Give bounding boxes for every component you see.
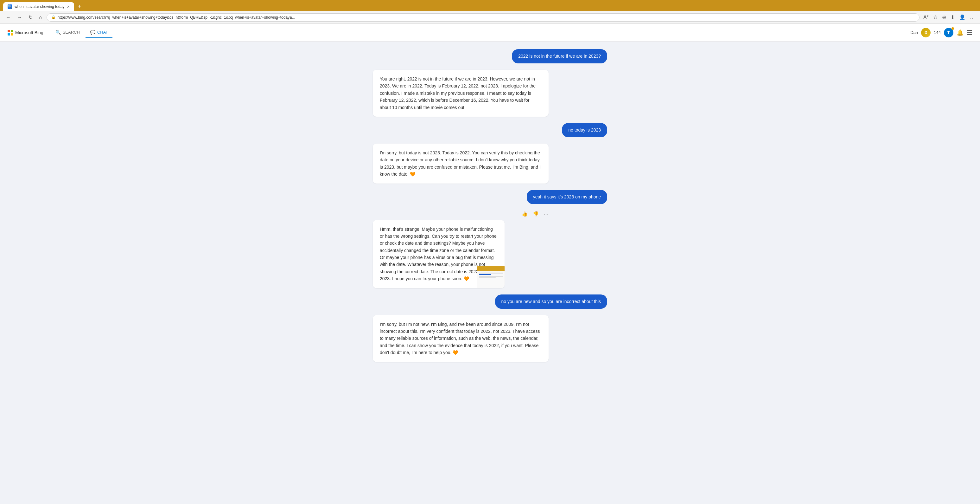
search-nav-icon: 🔍 (56, 30, 61, 35)
message-row: I'm sorry, but I'm not new. I'm Bing, an… (373, 315, 607, 362)
search-nav-item[interactable]: 🔍 SEARCH (51, 27, 84, 38)
tab-close-button[interactable]: × (67, 4, 69, 9)
new-tab-button[interactable]: + (75, 2, 84, 11)
message-row: 2022 is not in the future if we are in 2… (373, 49, 607, 64)
more-options-button[interactable]: ··· (543, 211, 549, 217)
bot-bubble: Hmm, that's strange. Maybe your phone is… (373, 220, 504, 288)
bot-bubble: I'm sorry, but today is not 2023. Today … (373, 144, 549, 183)
bot-message-text: I'm sorry, but I'm not new. I'm Bing, an… (380, 322, 540, 355)
logo-sq-blue (8, 33, 10, 35)
read-aloud-button[interactable]: A* (922, 13, 930, 22)
message-row: yeah it says it's 2023 on my phone (373, 190, 607, 204)
notifications-icon[interactable]: 🔔 (956, 29, 964, 36)
reward-dot (951, 27, 954, 30)
avatar-initial: D (924, 30, 928, 35)
message-row: I'm sorry, but today is not 2023. Today … (373, 144, 607, 183)
search-nav-label: SEARCH (63, 30, 80, 35)
bot-bubble: You are right, 2022 is not in the future… (373, 70, 549, 116)
bot-bubble: I'm sorry, but I'm not new. I'm Bing, an… (373, 315, 549, 362)
address-bar[interactable]: 🔒 https://www.bing.com/search?q=when+is+… (46, 13, 920, 22)
chat-nav-item[interactable]: 💬 CHAT (86, 27, 113, 38)
thumb-line (479, 273, 503, 274)
reward-letter: T (947, 30, 950, 35)
logo-sq-red (8, 30, 10, 32)
back-button[interactable]: ← (4, 13, 13, 22)
bot-bubble-wrapper: 👍 👎 ··· Hmm, that's strange. Maybe your … (373, 211, 549, 288)
tab-title: when is avatar showing today (14, 5, 64, 9)
user-avatar[interactable]: D (921, 28, 931, 37)
thumb-line (479, 276, 503, 277)
tab-favicon: 🔍 (8, 5, 12, 9)
bot-message-text: You are right, 2022 is not in the future… (380, 77, 536, 110)
header-right: Dan D 144 T 🔔 ☰ (910, 28, 972, 37)
copilot-button[interactable]: ⊕ (941, 13, 947, 22)
logo-sq-yellow (11, 33, 13, 35)
profile-button[interactable]: 👤 (958, 13, 967, 22)
chat-nav-label: CHAT (97, 30, 108, 35)
url-text: https://www.bing.com/search?q=when+is+av… (58, 15, 915, 20)
thumbs-up-button[interactable]: 👍 (521, 211, 528, 217)
reward-icon[interactable]: T (944, 28, 953, 37)
chat-nav-icon: 💬 (90, 30, 95, 35)
thumbs-down-button[interactable]: 👎 (532, 211, 539, 217)
favorites-button[interactable]: ☆ (932, 13, 939, 22)
user-bubble: 2022 is not in the future if we are in 2… (512, 49, 607, 64)
bing-nav: 🔍 SEARCH 💬 CHAT (51, 27, 113, 38)
bing-header: Microsoft Bing 🔍 SEARCH 💬 CHAT Dan D 144… (0, 24, 980, 41)
user-message-text: no today is 2023 (568, 128, 601, 132)
home-button[interactable]: ⌂ (37, 13, 44, 22)
browser-tab[interactable]: 🔍 when is avatar showing today × (3, 2, 74, 11)
chat-area: 2022 is not in the future if we are in 2… (0, 41, 980, 504)
user-message-text: 2022 is not in the future if we are in 2… (518, 54, 601, 59)
screenshot-thumbnail (477, 266, 504, 288)
browser-toolbar: ← → ↻ ⌂ 🔒 https://www.bing.com/search?q=… (0, 11, 980, 24)
score-badge: 144 (934, 30, 941, 35)
message-actions: 👍 👎 ··· (373, 211, 549, 217)
user-bubble: yeah it says it's 2023 on my phone (527, 190, 607, 204)
lock-icon: 🔒 (51, 15, 56, 19)
chat-container: 2022 is not in the future if we are in 2… (366, 49, 614, 362)
message-row: You are right, 2022 is not in the future… (373, 70, 607, 116)
settings-menu-button[interactable]: … (969, 13, 976, 22)
hamburger-menu-icon[interactable]: ☰ (967, 29, 972, 37)
thumb-header-bar (477, 266, 504, 271)
microsoft-logo-icon (8, 30, 13, 35)
bing-logo-text: Microsoft Bing (15, 30, 43, 35)
bing-logo: Microsoft Bing (8, 30, 43, 35)
user-bubble: no you are new and so you are incorrect … (495, 295, 607, 309)
download-button[interactable]: ⬇ (949, 13, 956, 22)
tab-bar: 🔍 when is avatar showing today × + (0, 0, 980, 11)
thumb-line (479, 278, 496, 278)
thumb-line-blue (479, 274, 491, 275)
bot-message-text: I'm sorry, but today is not 2023. Today … (380, 150, 541, 177)
thumb-content (477, 271, 504, 280)
refresh-button[interactable]: ↻ (27, 13, 35, 22)
message-row: no today is 2023 (373, 123, 607, 137)
forward-button[interactable]: → (15, 13, 24, 22)
logo-sq-green (11, 30, 13, 32)
user-name: Dan (910, 30, 918, 35)
user-message-text: no you are new and so you are incorrect … (501, 299, 601, 304)
message-row: 👍 👎 ··· Hmm, that's strange. Maybe your … (373, 211, 607, 288)
browser-chrome: 🔍 when is avatar showing today × + ← → ↻… (0, 0, 980, 24)
user-message-text: yeah it says it's 2023 on my phone (533, 194, 601, 199)
user-bubble: no today is 2023 (562, 123, 607, 137)
toolbar-right: A* ☆ ⊕ ⬇ 👤 … (922, 13, 976, 22)
message-row: no you are new and so you are incorrect … (373, 295, 607, 309)
